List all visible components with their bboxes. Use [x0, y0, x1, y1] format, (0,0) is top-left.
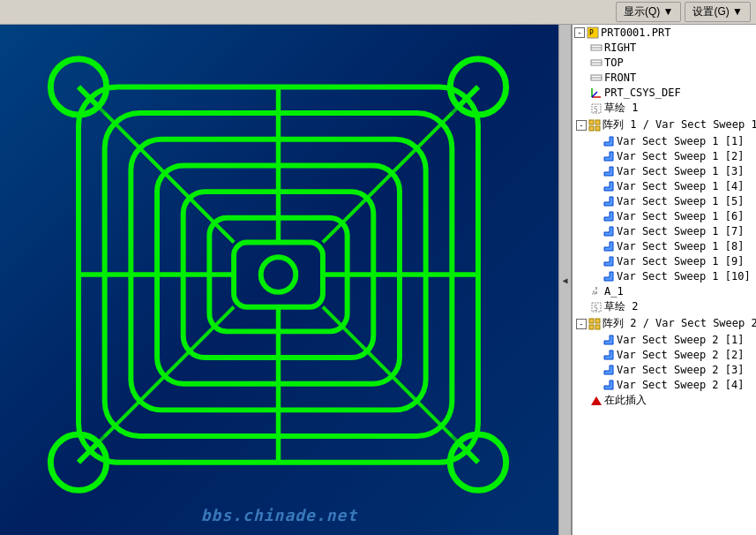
svg-marker-49 — [604, 182, 613, 191]
svg-marker-64 — [604, 335, 613, 344]
tree-label-sweep1_1: Var Sect Sweep 1 [1] — [617, 135, 745, 147]
svg-line-26 — [105, 307, 234, 436]
tree-root-label: PRT0001.PRT — [601, 26, 670, 39]
tree-label-sweep2_3: Var Sect Sweep 2 [3] — [617, 364, 745, 376]
tree-label-sweep1_7: Var Sect Sweep 1 [7] — [617, 225, 745, 237]
svg-text:P: P — [589, 29, 594, 37]
svg-marker-67 — [604, 381, 613, 389]
tree-label-sweep1_6: Var Sect Sweep 1 [6] — [617, 210, 745, 222]
svg-marker-53 — [604, 242, 613, 251]
tree-item-sweep1_4[interactable]: Var Sect Sweep 1 [4] — [573, 178, 756, 193]
svg-marker-55 — [604, 272, 613, 281]
svg-rect-45 — [595, 126, 600, 131]
tree-item-sweep1_5[interactable]: Var Sect Sweep 1 [5] — [573, 193, 756, 208]
svg-text:S: S — [594, 106, 598, 114]
tree-item-top[interactable]: TOP — [573, 55, 756, 70]
tree-label-csys: PRT_CSYS_DEF — [604, 87, 681, 99]
svg-marker-48 — [604, 167, 613, 176]
tree-label-sketch2: 草绘 2 — [604, 299, 638, 314]
tree-label-sweep2_2: Var Sect Sweep 2 [2] — [617, 349, 745, 361]
tree-item-sweep2_1[interactable]: Var Sect Sweep 2 [1] — [573, 332, 756, 347]
tree-item-sweep1_9[interactable]: Var Sect Sweep 1 [9] — [573, 253, 756, 268]
watermark: bbs.chinade.net — [201, 506, 358, 524]
tree-label-sweep2_1: Var Sect Sweep 2 [1] — [617, 334, 745, 346]
svg-rect-10 — [234, 242, 323, 306]
tree-label-sweep2_4: Var Sect Sweep 2 [4] — [617, 379, 745, 391]
top-toolbar: 显示(Q) ▼ 设置(G) ▼ — [0, 0, 756, 25]
tree-label-datum_a1: A_1 — [604, 285, 624, 298]
tree-label-sketch1: 草绘 1 — [604, 101, 638, 116]
svg-rect-42 — [589, 120, 594, 124]
display-menu-button[interactable]: 显示(Q) ▼ — [616, 2, 682, 22]
viewport[interactable]: bbs.chinade.net — [0, 25, 558, 535]
tree-label-sweep1_5: Var Sect Sweep 1 [5] — [617, 195, 745, 207]
model-tree-panel: - P PRT0001.PRT RIGHTTOPFRONTPRT_CSYS_DE… — [571, 25, 756, 535]
settings-menu-button[interactable]: 设置(G) ▼ — [685, 2, 751, 22]
svg-rect-61 — [595, 319, 600, 323]
svg-marker-54 — [604, 257, 613, 266]
svg-text:S: S — [594, 305, 598, 313]
tree-label-right: RIGHT — [604, 41, 636, 54]
collapse-arrow-icon: ◀ — [562, 275, 567, 285]
tree-item-sweep2_2[interactable]: Var Sect Sweep 2 [2] — [573, 347, 756, 362]
svg-marker-46 — [604, 137, 613, 146]
svg-marker-51 — [604, 212, 613, 221]
svg-marker-52 — [604, 227, 613, 236]
tree-item-sketch1[interactable]: S草绘 1 — [573, 100, 756, 117]
svg-marker-66 — [604, 365, 613, 374]
tree-label-sweep1_10: Var Sect Sweep 1 [10] — [617, 270, 751, 283]
tree-item-csys[interactable]: PRT_CSYS_DEF — [573, 85, 756, 100]
svg-rect-62 — [589, 325, 594, 329]
tree-item-sketch2[interactable]: S草绘 2 — [573, 298, 756, 315]
tree-label-sweep1_2: Var Sect Sweep 1 [2] — [617, 150, 745, 162]
part-icon: P — [587, 26, 599, 39]
tree-label-sweep1_3: Var Sect Sweep 1 [3] — [617, 165, 745, 177]
tree-item-datum_a1[interactable]: AA_1 — [573, 283, 756, 298]
tree-item-insert_here[interactable]: 在此插入 — [573, 392, 756, 409]
tree-item-sweep1_1[interactable]: Var Sect Sweep 1 [1] — [573, 133, 756, 148]
tree-label-sweep1_9: Var Sect Sweep 1 [9] — [617, 255, 745, 268]
svg-rect-60 — [589, 319, 594, 323]
tree-label-front: FRONT — [604, 72, 636, 84]
svg-marker-47 — [604, 152, 613, 161]
tree-item-sweep1_6[interactable]: Var Sect Sweep 1 [6] — [573, 208, 756, 223]
tree-label-array1: 阵列 1 / Var Sect Sweep 1 — [603, 117, 756, 132]
svg-line-28 — [323, 307, 452, 436]
tree-item-sweep1_10[interactable]: Var Sect Sweep 1 [10] — [573, 268, 756, 283]
svg-marker-65 — [604, 350, 613, 359]
shape-canvas — [0, 25, 558, 535]
svg-rect-44 — [589, 126, 594, 131]
svg-line-39 — [592, 92, 597, 97]
tree-root[interactable]: - P PRT0001.PRT — [573, 25, 756, 40]
tree-item-sweep1_8[interactable]: Var Sect Sweep 1 [8] — [573, 238, 756, 253]
tree-item-array1[interactable]: -阵列 1 / Var Sect Sweep 1 — [573, 117, 756, 133]
svg-rect-63 — [595, 325, 600, 329]
tree-label-sweep1_8: Var Sect Sweep 1 [8] — [617, 240, 745, 252]
svg-rect-43 — [595, 120, 600, 124]
tree-label-top: TOP — [604, 57, 624, 69]
root-expand-icon[interactable]: - — [574, 27, 585, 38]
svg-point-11 — [261, 257, 296, 292]
expand-icon-array1[interactable]: - — [576, 120, 587, 131]
svg-marker-68 — [591, 396, 602, 405]
tree-label-array2: 阵列 2 / Var Sect Sweep 2 — [603, 316, 756, 331]
tree-item-front[interactable]: FRONT — [573, 70, 756, 85]
svg-line-24 — [323, 113, 452, 242]
panel-collapse-handle[interactable]: ◀ — [558, 25, 571, 535]
tree-item-sweep1_7[interactable]: Var Sect Sweep 1 [7] — [573, 223, 756, 238]
tree-label-sweep1_4: Var Sect Sweep 1 [4] — [617, 180, 745, 192]
tree-label-insert_here: 在此插入 — [604, 393, 647, 408]
tree-item-sweep2_4[interactable]: Var Sect Sweep 2 [4] — [573, 377, 756, 392]
svg-marker-50 — [604, 197, 613, 206]
main-layout: bbs.chinade.net ◀ - P PRT0001.PRT RIGHTT… — [0, 25, 756, 535]
tree-item-array2[interactable]: -阵列 2 / Var Sect Sweep 2 — [573, 315, 756, 332]
tree-item-right[interactable]: RIGHT — [573, 40, 756, 55]
tree-item-sweep2_3[interactable]: Var Sect Sweep 2 [3] — [573, 362, 756, 377]
expand-icon-array2[interactable]: - — [576, 319, 587, 329]
tree-container: RIGHTTOPFRONTPRT_CSYS_DEFS草绘 1-阵列 1 / Va… — [573, 40, 756, 409]
tree-item-sweep1_2[interactable]: Var Sect Sweep 1 [2] — [573, 148, 756, 163]
tree-item-sweep1_3[interactable]: Var Sect Sweep 1 [3] — [573, 163, 756, 178]
